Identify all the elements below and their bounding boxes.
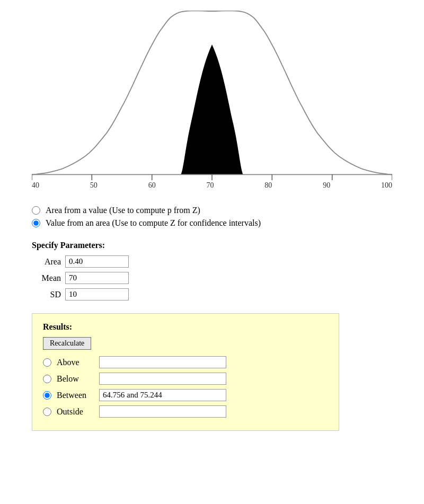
- sd-label: SD: [32, 290, 61, 299]
- axis-label-40: 40: [32, 181, 39, 190]
- mean-row: Mean: [32, 272, 392, 284]
- sd-row: SD: [32, 288, 392, 300]
- radio-area-from-value[interactable]: [32, 206, 40, 215]
- above-row: Above: [43, 356, 328, 368]
- area-label: Area: [32, 257, 61, 267]
- params-title: Specify Parameters:: [32, 241, 392, 250]
- axis-label-50: 50: [90, 181, 98, 190]
- area-row: Area: [32, 255, 392, 268]
- radio-value-from-area[interactable]: [32, 219, 40, 227]
- mean-input[interactable]: [65, 272, 129, 284]
- mode-radio-group: Area from a value (Use to compute p from…: [32, 206, 392, 228]
- mean-label: Mean: [32, 273, 61, 283]
- axis-label-70: 70: [206, 181, 214, 190]
- above-label: Above: [57, 358, 94, 367]
- above-input[interactable]: [99, 356, 226, 368]
- radio-item-value-from-area[interactable]: Value from an area (Use to compute Z for…: [32, 218, 392, 228]
- below-label: Below: [57, 374, 94, 384]
- radio-item-area-from-value[interactable]: Area from a value (Use to compute p from…: [32, 206, 392, 215]
- below-input[interactable]: [99, 373, 226, 385]
- radio-label-value-from-area: Value from an area (Use to compute Z for…: [46, 218, 261, 228]
- results-title: Results:: [43, 322, 328, 332]
- radio-between[interactable]: [43, 391, 51, 400]
- axis-label-80: 80: [264, 181, 272, 190]
- radio-label-area-from-value: Area from a value (Use to compute p from…: [46, 206, 200, 215]
- outside-row: Outside: [43, 405, 328, 418]
- axis-labels: 40 50 60 70 80 90 100: [32, 181, 392, 190]
- area-input[interactable]: [65, 255, 129, 268]
- between-label: Between: [57, 391, 94, 400]
- between-row: Between: [43, 389, 328, 401]
- axis-label-100: 100: [381, 181, 392, 190]
- outside-input[interactable]: [99, 405, 226, 418]
- radio-below[interactable]: [43, 375, 51, 383]
- radio-outside[interactable]: [43, 408, 51, 416]
- normal-distribution-chart: [32, 11, 392, 180]
- below-row: Below: [43, 373, 328, 385]
- results-section: Results: Recalculate Above Below Between…: [32, 313, 339, 431]
- outside-label: Outside: [57, 407, 94, 417]
- params-section: Specify Parameters: Area Mean SD: [32, 241, 392, 300]
- chart-area: 40 50 60 70 80 90 100: [0, 0, 424, 195]
- controls-area: Area from a value (Use to compute p from…: [0, 195, 424, 441]
- between-input[interactable]: [99, 389, 226, 401]
- sd-input[interactable]: [65, 288, 129, 300]
- radio-above[interactable]: [43, 358, 51, 367]
- axis-label-90: 90: [323, 181, 330, 190]
- recalculate-button[interactable]: Recalculate: [43, 337, 91, 350]
- axis-label-60: 60: [148, 181, 156, 190]
